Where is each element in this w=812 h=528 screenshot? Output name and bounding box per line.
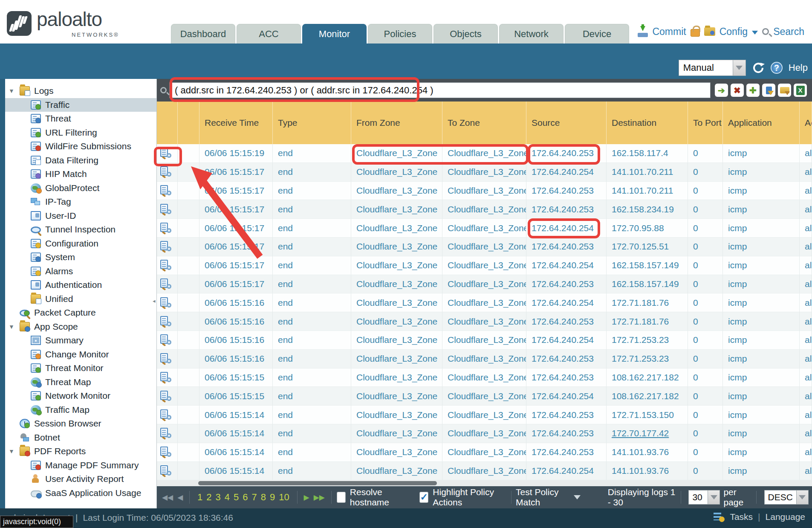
log-detail-magnifier-icon[interactable]	[160, 204, 171, 215]
per-page-caret[interactable]	[708, 490, 720, 505]
page-number-3[interactable]: 3	[216, 492, 221, 503]
cell-to-port[interactable]: 0	[688, 275, 723, 294]
search-link[interactable]: Search	[773, 26, 804, 38]
filter-builder-button[interactable]	[762, 84, 775, 97]
cell-receive-time[interactable]: 06/06 15:15:17	[199, 256, 273, 275]
cell-application[interactable]: icmp	[723, 200, 800, 219]
sort-order-select[interactable]: DESC	[764, 490, 809, 505]
column-header-to-zone[interactable]: To Zone	[442, 102, 526, 144]
page-number-2[interactable]: 2	[206, 492, 211, 503]
tab-policies[interactable]: Policies	[368, 24, 432, 44]
cell-type[interactable]: end	[273, 368, 351, 387]
cell-application[interactable]: icmp	[723, 424, 800, 443]
cell-action[interactable]: allow	[800, 275, 812, 294]
sidebar-item-pdf-reports[interactable]: ▼ PDF Reports	[5, 444, 156, 458]
cell-to-port[interactable]: 0	[688, 368, 723, 387]
cell-source[interactable]: 172.64.240.253	[526, 238, 607, 256]
cell-type[interactable]: end	[273, 331, 351, 350]
cell-application[interactable]: icmp	[723, 293, 800, 312]
tab-network[interactable]: Network	[499, 24, 563, 44]
cell-action[interactable]: allow	[800, 331, 812, 350]
expand-triangle-icon[interactable]: ▼	[9, 323, 17, 330]
cell-receive-time[interactable]: 06/06 15:15:16	[199, 350, 273, 368]
cell-to-zone[interactable]: Cloudflare_L3_Zone	[442, 424, 526, 443]
cell-destination[interactable]: 172.71.181.76	[607, 312, 688, 331]
config-link[interactable]: Config	[720, 26, 748, 38]
column-header-destination[interactable]: Destination	[607, 102, 688, 144]
cell-destination[interactable]: 162.158.157.149	[607, 275, 688, 294]
cell-application[interactable]: icmp	[723, 163, 800, 182]
cell-destination[interactable]: 162.158.117.4	[607, 144, 688, 163]
column-header-type[interactable]: Type	[273, 102, 351, 144]
cell-to-port[interactable]: 0	[688, 293, 723, 312]
tab-acc[interactable]: ACC	[237, 24, 301, 44]
cell-to-port[interactable]: 0	[688, 462, 723, 481]
cell-receive-time[interactable]: 06/06 15:15:16	[199, 293, 273, 312]
cell-destination[interactable]: 172.70.125.51	[607, 238, 688, 256]
cell-to-port[interactable]: 0	[688, 350, 723, 368]
cell-from-zone[interactable]: Cloudflare_L3_Zone	[351, 293, 442, 312]
cell-action[interactable]: allow	[800, 462, 812, 481]
cell-type[interactable]: end	[273, 163, 351, 182]
load-filter-button[interactable]	[778, 84, 791, 97]
cell-receive-time[interactable]: 06/06 15:15:14	[199, 424, 273, 443]
page-number-5[interactable]: 5	[234, 492, 239, 503]
cell-receive-time[interactable]: 06/06 15:15:15	[199, 368, 273, 387]
cell-destination[interactable]: 141.101.93.76	[607, 462, 688, 481]
cell-receive-time[interactable]: 06/06 15:15:17	[199, 219, 273, 238]
cell-to-zone[interactable]: Cloudflare_L3_Zone	[442, 293, 526, 312]
cell-source[interactable]: 172.64.240.253	[526, 275, 607, 294]
sidebar-item-network-monitor[interactable]: Network Monitor	[5, 389, 156, 403]
cell-application[interactable]: icmp	[723, 144, 800, 163]
help-icon[interactable]: ?	[771, 62, 783, 74]
cell-destination[interactable]: 172.71.181.76	[607, 293, 688, 312]
cell-source[interactable]: 172.64.240.254	[526, 256, 607, 275]
clear-filter-button[interactable]: ✖	[731, 84, 744, 97]
log-detail-magnifier-icon[interactable]	[160, 185, 171, 196]
cell-source[interactable]: 172.64.240.254	[526, 462, 607, 481]
horizontal-scrollbar-thumb[interactable]	[198, 481, 437, 485]
cell-from-zone[interactable]: Cloudflare_L3_Zone	[351, 350, 442, 368]
tab-objects[interactable]: Objects	[433, 24, 498, 44]
cell-receive-time[interactable]: 06/06 15:15:16	[199, 331, 273, 350]
next-page-icon[interactable]: ▶	[304, 493, 309, 502]
cell-to-zone[interactable]: Cloudflare_L3_Zone	[442, 163, 526, 182]
log-detail-magnifier-icon[interactable]	[160, 465, 171, 476]
cell-to-port[interactable]: 0	[688, 256, 723, 275]
log-detail-magnifier-icon[interactable]	[160, 166, 171, 177]
cell-type[interactable]: end	[273, 312, 351, 331]
cell-type[interactable]: end	[273, 219, 351, 238]
cell-application[interactable]: icmp	[723, 256, 800, 275]
prev-page-icon[interactable]: ◀	[177, 493, 183, 502]
page-number-8[interactable]: 8	[261, 492, 266, 503]
cell-action[interactable]: allow	[800, 200, 812, 219]
cell-source[interactable]: 172.64.240.254	[526, 293, 607, 312]
cell-action[interactable]: allow	[800, 406, 812, 424]
tab-dashboard[interactable]: Dashboard	[171, 24, 235, 44]
cell-application[interactable]: icmp	[723, 406, 800, 424]
sidebar-item-saas-application-usage[interactable]: SaaS Application Usage	[5, 486, 156, 500]
cell-source[interactable]: 172.64.240.253	[526, 182, 607, 200]
sidebar-item-traffic[interactable]: Traffic	[5, 98, 156, 112]
column-header-application[interactable]: Application	[723, 102, 800, 144]
cell-destination[interactable]: 172.71.153.150	[607, 406, 688, 424]
cell-receive-time[interactable]: 06/06 15:15:16	[199, 312, 273, 331]
page-number-7[interactable]: 7	[252, 492, 257, 503]
cell-action[interactable]: allow	[800, 182, 812, 200]
log-detail-magnifier-icon[interactable]	[160, 372, 171, 383]
help-label[interactable]: Help	[789, 62, 808, 73]
cell-type[interactable]: end	[273, 462, 351, 481]
tasks-link[interactable]: Tasks	[730, 512, 753, 522]
cell-from-zone[interactable]: Cloudflare_L3_Zone	[351, 182, 442, 200]
cell-source[interactable]: 172.64.240.253	[526, 424, 607, 443]
cell-from-zone[interactable]: Cloudflare_L3_Zone	[351, 406, 442, 424]
sidebar-item-threat-map[interactable]: Threat Map	[5, 375, 156, 389]
apply-filter-button[interactable]: ➔	[715, 84, 728, 97]
sidebar-item-manage-pdf-summary[interactable]: Manage PDF Summary	[5, 458, 156, 473]
cell-application[interactable]: icmp	[723, 331, 800, 350]
resolve-hostname-checkbox[interactable]	[337, 492, 346, 503]
cell-application[interactable]: icmp	[723, 368, 800, 387]
log-detail-magnifier-icon[interactable]	[160, 223, 171, 234]
cell-action[interactable]: allow	[800, 219, 812, 238]
cell-type[interactable]: end	[273, 275, 351, 294]
